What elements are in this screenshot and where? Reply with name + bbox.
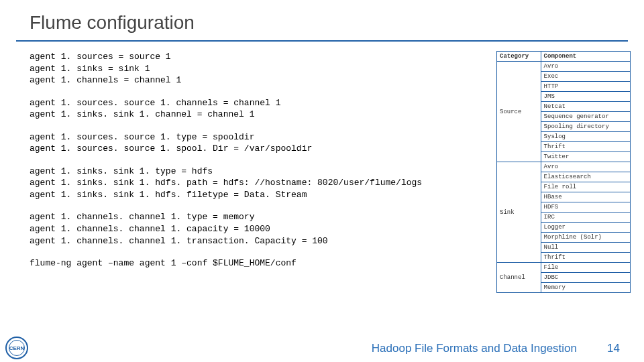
code-block: agent 1. sources. source 1. channels = c… — [30, 97, 484, 121]
table-row: SourceAvro — [497, 62, 631, 72]
code-block: agent 1. sinks. sink 1. type = hdfs agen… — [30, 166, 484, 201]
code-block: flume-ng agent –name agent 1 –conf $FLUM… — [30, 257, 484, 269]
component-cell: File — [541, 263, 630, 273]
component-cell: Exec — [541, 72, 630, 82]
component-cell: Logger — [541, 223, 630, 233]
page-title: Flume configuration — [30, 12, 644, 34]
table-row: SinkAvro — [497, 162, 631, 172]
category-cell: Channel — [497, 263, 541, 293]
title-area: Flume configuration — [0, 0, 644, 36]
component-cell: Null — [541, 243, 630, 253]
component-cell: Thrift — [541, 253, 630, 263]
component-cell: IRC — [541, 213, 630, 223]
component-cell: Memory — [541, 283, 630, 293]
component-cell: Netcat — [541, 102, 630, 112]
component-cell: Avro — [541, 162, 630, 172]
logo-text: CERN — [9, 345, 25, 351]
code-block: agent 1. sources. source 1. type = spool… — [30, 131, 484, 155]
page-number: 14 — [607, 342, 620, 355]
component-cell: HDFS — [541, 202, 630, 213]
th-category: Category — [497, 52, 541, 62]
component-cell: JMS — [541, 92, 630, 102]
component-cell: JDBC — [541, 273, 630, 283]
logo-icon: CERN — [5, 337, 28, 359]
component-cell: Thrift — [541, 142, 630, 152]
footer-title: Hadoop File Formats and Data Ingestion — [372, 342, 577, 355]
footer: CERN Hadoop File Formats and Data Ingest… — [0, 334, 644, 362]
component-cell: Sequence generator — [541, 112, 630, 122]
table-column: Category Component SourceAvroExecHTTPJMS… — [496, 51, 631, 293]
body-area: agent 1. sources = source 1 agent 1. sin… — [0, 42, 644, 293]
th-component: Component — [541, 52, 630, 62]
code-column: agent 1. sources = source 1 agent 1. sin… — [30, 51, 484, 293]
code-block: agent 1. channels. channel 1. type = mem… — [30, 211, 484, 247]
table-row: ChannelFile — [497, 263, 631, 273]
category-cell: Source — [497, 62, 541, 162]
component-cell: Morphline (Solr) — [541, 233, 630, 243]
component-table: Category Component SourceAvroExecHTTPJMS… — [496, 51, 631, 293]
code-block: agent 1. sources = source 1 agent 1. sin… — [30, 51, 484, 86]
slide: Flume configuration agent 1. sources = s… — [0, 0, 644, 362]
component-cell: File roll — [541, 182, 630, 192]
component-cell: Spooling directory — [541, 122, 630, 132]
component-cell: HTTP — [541, 82, 630, 92]
component-cell: Avro — [541, 62, 630, 72]
category-cell: Sink — [497, 162, 541, 263]
component-cell: Elasticsearch — [541, 172, 630, 182]
component-cell: Twitter — [541, 152, 630, 162]
component-cell: Syslog — [541, 132, 630, 142]
component-cell: HBase — [541, 192, 630, 202]
